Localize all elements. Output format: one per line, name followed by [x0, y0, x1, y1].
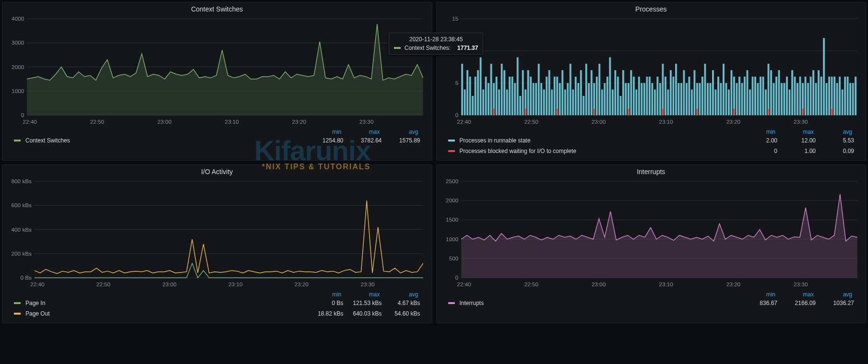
- svg-rect-95: [632, 77, 634, 115]
- panel-processes[interactable]: Processes 05101522:4022:5023:0023:1023:2…: [436, 2, 867, 161]
- svg-rect-158: [799, 77, 801, 115]
- svg-rect-153: [786, 77, 788, 115]
- legend-interrupts: minmaxavgInterrupts836.672166.091036.27: [437, 289, 866, 312]
- svg-text:23:20: 23:20: [726, 118, 740, 125]
- panel-interrupts[interactable]: Interrupts 0500100015002000250022:4022:5…: [436, 164, 867, 323]
- legend-header-min[interactable]: min: [312, 291, 342, 298]
- svg-rect-129: [723, 64, 725, 115]
- svg-rect-149: [775, 77, 777, 115]
- legend-label[interactable]: Processes blocked waiting for I/O to com…: [460, 148, 739, 154]
- legend-color-swatch: [448, 302, 455, 304]
- tooltip-timestamp: 2020-11-28 23:38:45: [394, 36, 478, 43]
- legend-header-max[interactable]: max: [350, 291, 380, 298]
- svg-rect-147: [770, 70, 772, 115]
- svg-rect-47: [506, 90, 508, 116]
- svg-rect-182: [556, 109, 558, 115]
- svg-rect-102: [651, 83, 653, 115]
- legend-value-max: 640.03 kBs: [352, 310, 382, 317]
- legend-label[interactable]: Interrupts: [460, 300, 739, 306]
- svg-rect-104: [656, 77, 658, 115]
- legend-label[interactable]: Context Switches: [25, 137, 305, 144]
- svg-rect-125: [712, 70, 714, 115]
- chart-interrupts[interactable]: 0500100015002000250022:4022:5023:0023:10…: [440, 176, 862, 289]
- svg-rect-114: [683, 70, 685, 115]
- svg-rect-74: [577, 83, 579, 115]
- svg-rect-85: [606, 77, 608, 115]
- svg-rect-126: [714, 90, 716, 116]
- svg-rect-82: [598, 64, 600, 115]
- chart-context-switches[interactable]: 0100020003000400022:4022:5023:0023:1023:…: [6, 14, 428, 127]
- legend-header-max[interactable]: max: [784, 129, 814, 135]
- legend-label[interactable]: Processes in runnable state: [460, 137, 739, 144]
- svg-rect-99: [643, 83, 645, 115]
- svg-rect-120: [699, 83, 701, 115]
- legend-value-avg: 4.67 kBs: [391, 300, 420, 306]
- legend-header-avg[interactable]: avg: [389, 129, 418, 135]
- tooltip-swatch: [394, 47, 401, 49]
- svg-rect-101: [648, 77, 650, 115]
- svg-text:2000: 2000: [446, 197, 459, 203]
- svg-text:600 kBs: 600 kBs: [11, 202, 32, 208]
- svg-rect-140: [751, 77, 753, 115]
- chart-io-activity[interactable]: 0 Bs200 kBs400 kBs600 kBs800 kBs22:4022:…: [6, 176, 428, 289]
- legend-header-avg[interactable]: avg: [822, 129, 852, 135]
- svg-rect-49: [511, 77, 513, 115]
- legend-label[interactable]: Page Out: [25, 310, 305, 317]
- svg-text:23:10: 23:10: [659, 281, 673, 287]
- svg-rect-177: [849, 83, 851, 115]
- legend-row[interactable]: Processes blocked waiting for I/O to com…: [448, 146, 855, 156]
- legend-header-min[interactable]: min: [312, 129, 342, 135]
- panel-io-activity[interactable]: I/O Activity 0 Bs200 kBs400 kBs600 kBs80…: [2, 164, 432, 323]
- legend-row[interactable]: Context Switches1254.803782.641575.89: [14, 135, 420, 146]
- svg-rect-116: [688, 77, 690, 115]
- svg-rect-123: [706, 83, 708, 115]
- svg-text:15: 15: [452, 15, 459, 22]
- legend-header-avg[interactable]: avg: [822, 291, 852, 298]
- svg-rect-79: [590, 70, 592, 115]
- svg-text:22:40: 22:40: [30, 281, 45, 287]
- svg-rect-34: [472, 96, 474, 115]
- legend-value-min: 1254.80: [314, 137, 344, 144]
- svg-rect-151: [781, 83, 783, 115]
- legend-row[interactable]: Page In0 Bs121.53 kBs4.67 kBs: [14, 298, 420, 308]
- svg-text:22:40: 22:40: [457, 118, 471, 125]
- chart-tooltip: 2020-11-28 23:38:45 Context Switches: 17…: [389, 33, 483, 55]
- legend-header-max[interactable]: max: [784, 291, 814, 298]
- svg-rect-179: [855, 77, 856, 115]
- svg-rect-115: [685, 83, 687, 115]
- legend-header-max[interactable]: max: [350, 129, 380, 135]
- panel-context-switches[interactable]: Context Switches 0100020003000400022:402…: [2, 2, 432, 161]
- legend-header-avg[interactable]: avg: [389, 291, 418, 298]
- legend-row[interactable]: Processes in runnable state2.0012.005.53: [448, 135, 855, 146]
- svg-rect-131: [728, 90, 730, 116]
- svg-text:2000: 2000: [12, 64, 24, 70]
- svg-text:2500: 2500: [446, 178, 459, 184]
- svg-rect-111: [675, 64, 677, 115]
- legend-header-min[interactable]: min: [746, 291, 775, 298]
- svg-rect-48: [509, 77, 511, 115]
- chart-processes[interactable]: 05101522:4022:5023:0023:1023:2023:30: [440, 14, 862, 127]
- svg-rect-188: [767, 109, 769, 115]
- svg-text:800 kBs: 800 kBs: [11, 178, 32, 184]
- svg-rect-45: [500, 64, 502, 115]
- legend-row[interactable]: Page Out18.82 kBs640.03 kBs54.60 kBs: [14, 308, 420, 319]
- svg-rect-96: [635, 90, 637, 116]
- legend-label[interactable]: Page In: [25, 300, 305, 306]
- svg-text:23:30: 23:30: [794, 281, 808, 287]
- svg-rect-64: [551, 90, 553, 116]
- legend-header-min[interactable]: min: [746, 129, 775, 135]
- svg-rect-112: [678, 83, 679, 115]
- svg-rect-171: [833, 77, 835, 115]
- svg-rect-97: [638, 77, 640, 115]
- legend-row[interactable]: Interrupts836.672166.091036.27: [448, 298, 855, 308]
- legend-color-swatch: [14, 313, 21, 315]
- svg-rect-109: [669, 70, 671, 115]
- svg-rect-106: [662, 64, 664, 115]
- svg-rect-88: [614, 70, 616, 115]
- legend-value-avg: 0.09: [824, 148, 854, 154]
- svg-rect-37: [479, 58, 481, 116]
- svg-rect-81: [595, 77, 597, 115]
- legend-value-max: 2166.09: [786, 300, 816, 306]
- legend-color-swatch: [448, 140, 455, 141]
- svg-rect-36: [477, 70, 479, 115]
